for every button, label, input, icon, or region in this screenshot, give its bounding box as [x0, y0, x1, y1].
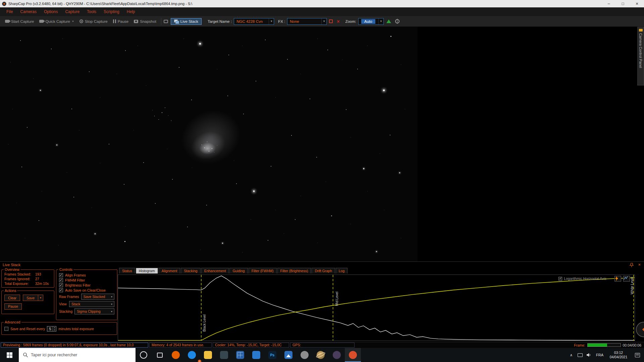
star: [380, 154, 380, 154]
tray-expand-chevron[interactable]: ∧: [567, 348, 576, 362]
taskbar-icon-planetarium[interactable]: [313, 348, 329, 362]
star: [236, 183, 237, 184]
taskbar-icon-firefox[interactable]: [168, 348, 184, 362]
star: [143, 162, 144, 163]
pause-stack-button[interactable]: Pause: [4, 303, 22, 310]
checkbox-fwhm-filter[interactable]: ✓FWHM Filter: [59, 278, 114, 282]
smart-histogram-icon[interactable]: [614, 276, 621, 282]
app-dark-icon: [220, 351, 228, 359]
date: 04/04/2021: [610, 355, 628, 359]
star: [287, 59, 288, 60]
clear-button[interactable]: Clear: [4, 295, 20, 301]
histogram-stretch-icon[interactable]: [386, 19, 391, 23]
menu-cameras[interactable]: Cameras: [16, 7, 40, 16]
tray-device-icon[interactable]: [576, 348, 584, 362]
save-reset-checkbox[interactable]: [4, 327, 8, 331]
star: [367, 191, 368, 191]
checkbox-align-frames[interactable]: ✓Align Frames: [59, 273, 114, 277]
pin-icon[interactable]: [629, 263, 634, 267]
overview-groupbox: Overview Frames Stacked:193Frames Ignore…: [1, 269, 54, 288]
tab-histogram[interactable]: Histogram: [136, 268, 158, 274]
checkbox-icon: ✓: [59, 278, 63, 282]
taskbar-icon-app-purple[interactable]: [329, 348, 345, 362]
fx-dropdown[interactable]: None ▼: [287, 18, 327, 25]
tab-filter-fwhm-[interactable]: Filter (FWHM): [249, 268, 277, 274]
taskbar-icon-thunderbird[interactable]: 1: [184, 348, 200, 362]
menu-options[interactable]: Options: [40, 7, 61, 16]
tab-alignment[interactable]: Alignment: [159, 268, 180, 274]
taskbar-icon-sharpcap[interactable]: [345, 348, 361, 362]
star: [317, 39, 318, 39]
live-stack-button[interactable]: Live Stack: [171, 18, 202, 25]
target-name-dropdown[interactable]: NGC 4228 Cvn ▼: [234, 18, 274, 25]
start-button[interactable]: [0, 348, 19, 362]
taskbar-search[interactable]: Taper ici pour rechercher: [19, 348, 136, 362]
selection-area-icon[interactable]: [329, 19, 333, 23]
taskbar-icon-app-blue[interactable]: [248, 348, 264, 362]
clock[interactable]: 03:12 04/04/2021: [606, 351, 631, 359]
speaker-icon[interactable]: [584, 348, 593, 362]
quick-capture-button[interactable]: Quick Capture ▼: [37, 18, 76, 25]
star: [228, 55, 229, 55]
windows-logo-icon: [7, 352, 12, 358]
menu-file[interactable]: File: [3, 7, 16, 16]
clear-selection-icon[interactable]: ×: [337, 19, 339, 24]
histogram-settings-icon[interactable]: [623, 276, 630, 282]
close-button[interactable]: ×: [630, 0, 644, 7]
menubar: FileCamerasOptionsCaptureToolsScriptingH…: [0, 7, 644, 16]
star: [206, 205, 207, 205]
save-button[interactable]: Save ▼: [23, 295, 43, 301]
star: [42, 191, 42, 191]
menu-capture[interactable]: Capture: [61, 7, 83, 16]
black-level-label[interactable]: Black Level: [203, 314, 206, 331]
checkbox-auto-save-on-clear-close[interactable]: ✓Auto Save on Clear/Close: [59, 288, 114, 292]
histogram-plot[interactable]: Black Level Mid Level White Level ✓ Loga…: [118, 275, 635, 341]
raw-frames-dropdown[interactable]: Save Stacked ▼: [81, 294, 114, 300]
minimize-button[interactable]: –: [602, 0, 616, 7]
taskbar-icon-app-gray[interactable]: [297, 348, 313, 362]
taskbar-icon-app-dark[interactable]: [216, 348, 232, 362]
frame-time: 00:04/00:06: [623, 343, 641, 347]
stacking-dropdown[interactable]: Sigma Clipping ▼: [74, 308, 114, 314]
taskbar-icon-file-explorer[interactable]: [200, 348, 216, 362]
taskbar-icon-app-grid[interactable]: [232, 348, 248, 362]
tab-status[interactable]: Status: [119, 268, 135, 274]
cortana-button[interactable]: [136, 348, 152, 362]
checkbox-brightness-filter[interactable]: ✓Brightness Filter: [59, 283, 114, 287]
tab-stacking[interactable]: Stacking: [181, 268, 200, 274]
interval-stepper[interactable]: 5 ▲▼: [47, 326, 56, 331]
tab-filter-brightness-[interactable]: Filter (Brightness): [277, 268, 311, 274]
reticle-icon[interactable]: [395, 19, 399, 23]
taskbar-icon-photoshop[interactable]: Ps: [264, 348, 280, 362]
taskbar-icon-photos[interactable]: [280, 348, 297, 362]
log-axis-checkbox[interactable]: ✓ Logarithmic Horizontal Axis: [558, 277, 606, 281]
mid-level-label[interactable]: Mid Level: [335, 292, 339, 306]
menu-tools[interactable]: Tools: [83, 7, 100, 16]
camera-preview[interactable]: [0, 27, 418, 261]
maximize-button[interactable]: □: [616, 0, 630, 7]
pause-button[interactable]: Pause: [111, 18, 131, 25]
tab-log[interactable]: Log: [336, 268, 348, 274]
tab-guiding[interactable]: Guiding: [229, 268, 248, 274]
action-center-button[interactable]: [631, 348, 644, 362]
snapshot-button[interactable]: Snapshot: [131, 18, 159, 25]
menu-scripting[interactable]: Scripting: [100, 7, 123, 16]
language-indicator[interactable]: FRA: [593, 348, 606, 362]
white-level-label[interactable]: White Level: [630, 277, 634, 294]
zoom-dropdown[interactable]: Auto ▼: [358, 18, 384, 25]
tab-enhancement[interactable]: Enhancement: [201, 268, 229, 274]
task-view-button[interactable]: [152, 348, 168, 362]
display-icon[interactable]: [164, 20, 168, 23]
tab-drift-graph[interactable]: Drift Graph: [312, 268, 335, 274]
stepper-arrows-icon[interactable]: ▲▼: [53, 326, 56, 331]
close-panel-icon[interactable]: ×: [638, 262, 641, 267]
camera-control-panel-tab[interactable]: Camera Control Panel: [637, 27, 644, 85]
menu-help[interactable]: Help: [123, 7, 139, 16]
view-dropdown[interactable]: Stack ▼: [69, 301, 114, 307]
start-capture-button[interactable]: Start Capture: [3, 18, 36, 25]
grid-glyph: [237, 352, 243, 358]
star: [158, 119, 159, 120]
firefox-icon: [172, 351, 180, 359]
taskbar-apps: 1Ps: [168, 348, 361, 362]
stop-capture-button[interactable]: Stop Capture: [77, 18, 110, 25]
